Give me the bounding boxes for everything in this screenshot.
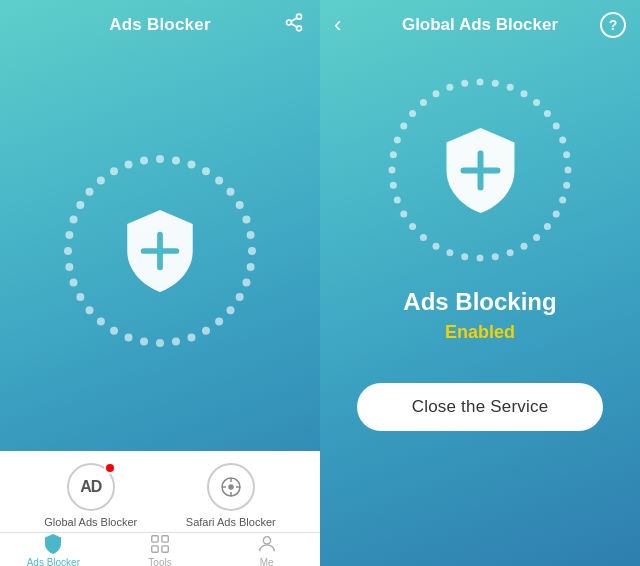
global-ads-blocker-label: Global Ads Blocker [44, 516, 137, 528]
svg-point-90 [461, 80, 468, 87]
nav-ads-blocker[interactable]: Ads Blocker [0, 533, 107, 566]
help-button[interactable]: ? [600, 12, 626, 38]
svg-point-12 [242, 215, 250, 223]
svg-point-28 [86, 306, 94, 314]
svg-point-82 [389, 167, 396, 174]
svg-rect-53 [162, 546, 168, 552]
svg-point-69 [533, 234, 540, 241]
shield-container[interactable]: // Will be done inline [55, 146, 265, 356]
dots-ring: // Will be done inline [55, 146, 265, 356]
svg-point-5 [156, 155, 164, 163]
svg-rect-51 [162, 536, 168, 542]
svg-point-14 [248, 247, 256, 255]
svg-point-32 [64, 247, 72, 255]
safari-icon [219, 475, 243, 499]
right-shield-container[interactable] [380, 70, 580, 270]
svg-point-67 [553, 211, 560, 218]
ad-icon-text: AD [80, 478, 101, 496]
nav-me-icon [256, 533, 278, 555]
svg-point-24 [140, 337, 148, 345]
svg-line-3 [291, 24, 297, 27]
svg-point-63 [563, 151, 570, 158]
svg-point-54 [263, 537, 270, 544]
tab-icons-row: AD Global Ads Blocker [0, 451, 320, 532]
svg-point-64 [565, 167, 572, 174]
svg-point-73 [477, 255, 484, 262]
svg-point-59 [533, 99, 540, 106]
svg-point-58 [521, 90, 528, 97]
svg-point-38 [110, 167, 118, 175]
notification-badge [104, 462, 116, 474]
svg-point-27 [97, 317, 105, 325]
svg-point-88 [433, 90, 440, 97]
svg-point-34 [70, 215, 78, 223]
svg-point-60 [544, 110, 551, 117]
svg-point-25 [125, 333, 133, 341]
svg-point-71 [507, 249, 514, 256]
svg-point-20 [202, 326, 210, 334]
svg-point-66 [559, 197, 566, 204]
left-bottom-tabs: AD Global Ads Blocker [0, 451, 320, 566]
svg-point-40 [140, 156, 148, 164]
svg-point-17 [236, 293, 244, 301]
svg-point-87 [420, 99, 427, 106]
svg-point-6 [172, 156, 180, 164]
right-header: ‹ Global Ads Blocker ? [320, 0, 640, 50]
ads-blocking-title: Ads Blocking [403, 288, 556, 316]
svg-point-10 [226, 187, 234, 195]
svg-point-89 [446, 84, 453, 91]
global-ads-blocker-tab[interactable]: AD Global Ads Blocker [44, 463, 137, 528]
svg-point-76 [433, 243, 440, 250]
svg-point-22 [172, 337, 180, 345]
right-main-content: Ads Blocking Enabled Close the Service [320, 50, 640, 566]
svg-point-68 [544, 223, 551, 230]
svg-point-23 [156, 339, 164, 347]
svg-point-74 [461, 253, 468, 260]
svg-point-9 [215, 176, 223, 184]
svg-point-77 [420, 234, 427, 241]
nav-tools-label: Tools [148, 557, 171, 566]
nav-tools-icon [149, 533, 171, 555]
svg-point-56 [492, 80, 499, 87]
nav-me[interactable]: Me [213, 533, 320, 566]
svg-point-75 [446, 249, 453, 256]
svg-point-61 [553, 123, 560, 130]
global-ads-blocker-icon-circle: AD [67, 463, 115, 511]
ads-blocking-status: Enabled [445, 322, 515, 343]
svg-point-18 [226, 306, 234, 314]
svg-point-21 [187, 333, 195, 341]
svg-point-8 [202, 167, 210, 175]
left-panel: Ads Blocker // Will be done inline [0, 0, 320, 566]
svg-point-15 [247, 262, 255, 270]
svg-point-72 [492, 253, 499, 260]
nav-ads-blocker-label: Ads Blocker [27, 557, 80, 566]
svg-point-65 [563, 182, 570, 189]
nav-ads-blocker-icon [42, 533, 64, 555]
svg-point-19 [215, 317, 223, 325]
svg-point-49 [229, 485, 233, 489]
svg-point-11 [236, 201, 244, 209]
svg-point-55 [477, 79, 484, 86]
svg-point-57 [507, 84, 514, 91]
svg-point-29 [76, 293, 84, 301]
close-service-button[interactable]: Close the Service [357, 383, 604, 431]
share-button[interactable] [284, 13, 304, 38]
back-button[interactable]: ‹ [334, 14, 341, 36]
svg-point-33 [65, 231, 73, 239]
safari-ads-blocker-label: Safari Ads Blocker [186, 516, 276, 528]
svg-point-70 [521, 243, 528, 250]
svg-point-84 [394, 136, 401, 143]
svg-point-83 [390, 151, 397, 158]
svg-point-78 [409, 223, 416, 230]
svg-rect-52 [152, 546, 158, 552]
right-dots-ring [380, 70, 580, 270]
safari-ads-blocker-tab[interactable]: Safari Ads Blocker [186, 463, 276, 528]
nav-me-label: Me [260, 557, 274, 566]
svg-point-79 [400, 211, 407, 218]
nav-tools[interactable]: Tools [107, 533, 214, 566]
svg-point-62 [559, 136, 566, 143]
svg-point-7 [187, 160, 195, 168]
svg-point-37 [97, 176, 105, 184]
svg-point-13 [247, 231, 255, 239]
svg-point-26 [110, 326, 118, 334]
